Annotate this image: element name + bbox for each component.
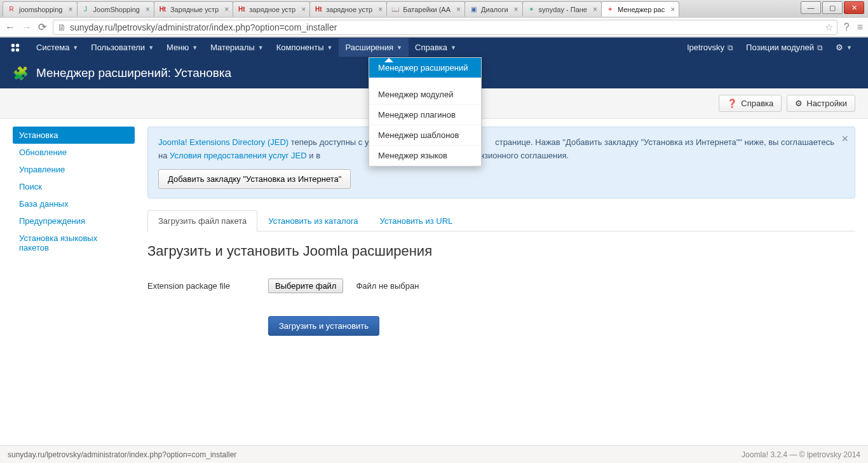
sidebar-item-manage[interactable]: Управление (13, 161, 135, 178)
add-web-tab-button[interactable]: Добавить закладку "Установка из Интернет… (158, 169, 351, 189)
close-alert-icon[interactable]: × (841, 132, 848, 146)
menu-extensions[interactable]: Расширения▼ (339, 38, 409, 57)
install-tabs: Загрузить файл пакета Установить из ката… (147, 210, 855, 232)
reload-icon[interactable]: ⟳ (38, 21, 46, 33)
puzzle-icon: 🧩 (13, 66, 29, 81)
browser-tab[interactable]: HtЗарядные устр× (154, 1, 233, 17)
favicon-icon: Ht (158, 5, 167, 14)
favicon-icon: R (7, 5, 16, 14)
browser-tab[interactable]: JJoomShopping× (77, 1, 154, 17)
close-icon[interactable]: × (69, 5, 73, 14)
dropdown-item-language-manager[interactable]: Менеджер языков (369, 146, 481, 166)
close-icon[interactable]: × (593, 5, 597, 14)
favicon-icon: ✶ (527, 5, 536, 14)
browser-tab[interactable]: ▣Диалоги× (465, 1, 523, 17)
bookmark-icon[interactable]: ☆ (825, 22, 833, 33)
jed-link[interactable]: Joomla! Extensions Directory (JED) (158, 137, 288, 147)
jed-tos-link[interactable]: Условия предоставления услуг JED (170, 151, 307, 160)
browser-tab[interactable]: Rjoomshopping× (3, 1, 78, 17)
menu-settings-gear[interactable]: ⚙▼ (829, 38, 858, 57)
file-row: Extension package file Выберите файл Фай… (147, 279, 855, 293)
external-icon: ⧉ (817, 43, 823, 52)
tab-label: Менеджер рас (618, 6, 665, 13)
chrome-right-icons: ? ≡ (844, 22, 863, 33)
content: × Joomla! Extensions Directory (JED) теп… (147, 127, 855, 336)
svg-point-0 (11, 43, 15, 46)
sidebar-item-warnings[interactable]: Предупреждения (13, 212, 135, 230)
menu-icon[interactable]: ≡ (857, 22, 863, 33)
close-icon[interactable]: × (514, 5, 519, 14)
footer-right: Joomla! 3.2.4 — © lpetrovsky 2014 (742, 450, 860, 459)
favicon-icon: 📖 (391, 5, 400, 14)
close-window-button[interactable]: ✕ (844, 1, 864, 14)
page-icon: 🗎 (57, 22, 66, 32)
close-icon[interactable]: × (301, 5, 306, 14)
menu-positions[interactable]: Позиции модулей⧉ (740, 38, 829, 57)
status-bar: sunyday.ru/lpetrovsky/administrator/inde… (0, 445, 868, 463)
menu-system[interactable]: Система▼ (30, 38, 85, 57)
browser-chrome: Rjoomshopping× JJoomShopping× HtЗарядные… (0, 0, 868, 38)
back-icon[interactable]: ← (5, 22, 15, 33)
file-status: Файл не выбран (356, 281, 419, 291)
caret-icon: ▼ (192, 45, 198, 51)
menu-content[interactable]: Материалы▼ (204, 38, 270, 57)
favicon-icon: Ht (314, 5, 323, 14)
gear-icon: ⚙ (795, 99, 803, 108)
sidebar-item-discover[interactable]: Поиск (13, 178, 135, 195)
help-button[interactable]: ❓Справка (719, 95, 782, 112)
menu-components[interactable]: Компоненты▼ (270, 38, 339, 57)
favicon-icon: ✶ (606, 5, 614, 14)
sidebar-item-languages[interactable]: Установка языковых пакетов (13, 230, 135, 256)
browser-tab[interactable]: 📖Батарейки (АА× (386, 1, 465, 17)
gear-icon: ⚙ (836, 43, 843, 52)
sidebar-item-update[interactable]: Обновление (13, 144, 135, 161)
tab-label: Зарядные устр (170, 6, 219, 13)
tab-label: зарядное устр (326, 6, 372, 13)
url-input[interactable]: 🗎 sunyday.ru/lpetrovsky/administrator/in… (53, 20, 837, 35)
url-text: sunyday.ru/lpetrovsky/administrator/inde… (70, 22, 337, 32)
caret-icon: ▼ (148, 45, 154, 51)
browser-tab[interactable]: ✶synyday - Пане× (522, 1, 602, 17)
menu-menus[interactable]: Меню▼ (160, 38, 204, 57)
joomla-menubar: Система▼ Пользователи▼ Меню▼ Материалы▼ … (0, 38, 868, 58)
close-icon[interactable]: × (146, 5, 150, 14)
minimize-button[interactable]: — (801, 1, 821, 14)
sidebar-item-database[interactable]: База данных (13, 195, 135, 212)
sidebar-item-install[interactable]: Установка (13, 127, 135, 144)
menu-user-link[interactable]: lpetrovsky⧉ (681, 38, 740, 57)
favicon-icon: ▣ (469, 5, 478, 14)
menu-help[interactable]: Справка▼ (409, 38, 463, 57)
caret-icon: ▼ (327, 45, 333, 51)
upload-install-button[interactable]: Загрузить и установить (268, 316, 379, 336)
tab-directory[interactable]: Установить из каталога (257, 210, 369, 232)
nav-icons: ← → ⟳ (5, 21, 46, 33)
favicon-icon: J (81, 5, 90, 14)
browser-tab-active[interactable]: ✶Менеджер рас× (601, 1, 679, 17)
choose-file-button[interactable]: Выберите файл (268, 279, 343, 293)
sidebar: Установка Обновление Управление Поиск Ба… (13, 127, 135, 336)
tab-url[interactable]: Установить из URL (369, 210, 464, 232)
close-icon[interactable]: × (456, 5, 461, 14)
question-icon: ❓ (727, 99, 737, 108)
browser-tab[interactable]: Htзарядное устр× (309, 1, 387, 17)
close-icon[interactable]: × (224, 5, 229, 14)
caret-icon: ▼ (397, 45, 402, 51)
menu-users[interactable]: Пользователи▼ (85, 38, 160, 57)
help-icon[interactable]: ? (844, 22, 850, 33)
status-url: sunyday.ru/lpetrovsky/administrator/inde… (8, 450, 236, 459)
forward-icon[interactable]: → (22, 22, 32, 33)
dropdown-item-plugin-manager[interactable]: Менеджер плагинов (369, 105, 481, 125)
joomla-logo-icon[interactable] (10, 42, 21, 53)
close-icon[interactable]: × (378, 5, 383, 14)
browser-tab[interactable]: Htзарядное устр× (233, 1, 310, 17)
tab-upload[interactable]: Загрузить файл пакета (147, 210, 257, 232)
svg-point-2 (11, 48, 15, 51)
close-icon[interactable]: × (670, 5, 675, 14)
caret-icon: ▼ (846, 45, 852, 51)
address-bar: ← → ⟳ 🗎 sunyday.ru/lpetrovsky/administra… (0, 18, 868, 37)
maximize-button[interactable]: ▢ (822, 1, 843, 14)
dropdown-item-ext-manager[interactable]: Менеджер расширений (369, 58, 481, 78)
dropdown-item-module-manager[interactable]: Менеджер модулей (369, 85, 481, 105)
options-button[interactable]: ⚙Настройки (787, 95, 855, 112)
dropdown-item-template-manager[interactable]: Менеджер шаблонов (369, 125, 481, 146)
